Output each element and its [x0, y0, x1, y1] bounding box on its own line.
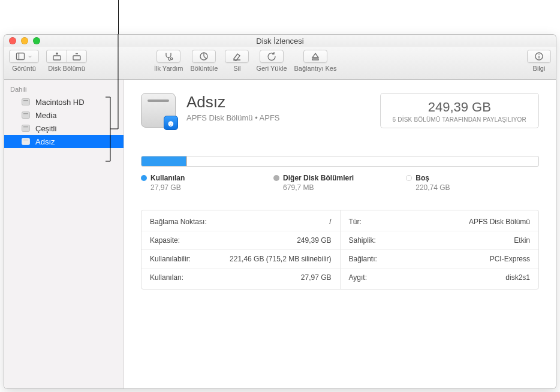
svg-rect-17: [22, 112, 30, 119]
info-group: Bilgi: [527, 50, 551, 72]
details-key: Bağlama Noktası:: [150, 218, 207, 226]
details-key: Aygıt:: [349, 273, 367, 282]
disk-utility-window: Disk İzlencesi Görüntü: [4, 34, 556, 389]
toolbar: Görüntü Disk Bölümü İlk Yardım: [4, 47, 556, 80]
restore-label: Geri Yükle: [256, 65, 287, 72]
sidebar-section-label: Dahili: [4, 85, 124, 95]
sidebar-item-adsiz[interactable]: Adsız: [4, 135, 124, 148]
stethoscope-icon: [164, 52, 173, 61]
add-volume-button[interactable]: [46, 50, 67, 63]
chevron-down-icon: [28, 54, 32, 59]
sidebar-item-label: Adsız: [35, 137, 55, 146]
zoom-button[interactable]: [33, 37, 40, 44]
details-value: /: [329, 218, 331, 226]
legend-free-label: Boş: [416, 174, 429, 182]
details-value: 249,39 GB: [297, 236, 331, 245]
svg-rect-20: [23, 126, 28, 127]
restore-icon: [267, 52, 276, 61]
disk-icon: [21, 137, 31, 146]
details-row: Kapasite:249,39 GB: [141, 231, 340, 250]
sidebar-item-label: Macintosh HD: [35, 98, 85, 107]
disk-icon: [21, 97, 31, 107]
capacity-value: 249,39 GB: [393, 99, 526, 115]
disk-icon: [21, 110, 31, 120]
legend-used-value: 27,97 GB: [141, 183, 273, 192]
sidebar-item-media[interactable]: Media: [4, 108, 124, 122]
svg-rect-2: [53, 56, 61, 60]
main-content: ☻ Adsız APFS Disk Bölümü • APFS 249,39 G…: [124, 80, 556, 388]
svg-marker-10: [312, 53, 318, 58]
swatch-free: [406, 175, 412, 181]
pie-icon: [199, 52, 209, 61]
sidebar: Dahili Macintosh HD Media Çeşitli Adsız: [4, 80, 124, 388]
info-button[interactable]: [527, 50, 551, 63]
view-group: Görüntü: [9, 50, 39, 72]
details-value: disk2s1: [505, 273, 530, 282]
details-value: 27,97 GB: [301, 273, 332, 282]
restore-button[interactable]: [260, 50, 284, 63]
details-value: APFS Disk Bölümü: [469, 218, 530, 226]
disk-icon: [21, 123, 31, 133]
unmount-group: Bağlantıyı Kes: [294, 50, 337, 72]
svg-rect-19: [22, 125, 30, 132]
partition-group: Disk Bölümü: [46, 50, 87, 72]
svg-rect-21: [22, 138, 30, 145]
close-button[interactable]: [9, 37, 16, 44]
capacity-subtext: 6 DİSK BÖLÜMÜ TARAFINDAN PAYLAŞILIYOR: [393, 116, 526, 123]
remove-volume-button[interactable]: [67, 50, 87, 63]
details-key: Kullanılabilir:: [150, 255, 191, 263]
swatch-other: [273, 175, 279, 181]
erase-group: Sil: [225, 50, 249, 72]
erase-button[interactable]: [225, 50, 249, 63]
svg-rect-22: [23, 140, 28, 140]
firstaid-group: İlk Yardım: [154, 50, 183, 72]
details-row: Aygıt:disk2s1: [341, 269, 539, 287]
partition-label: Disk Bölümü: [48, 65, 85, 72]
details-row: Tür:APFS Disk Bölümü: [341, 213, 539, 231]
details-value: Etkin: [514, 236, 530, 245]
titlebar: Disk İzlencesi: [4, 35, 556, 47]
details-key: Tür:: [349, 218, 362, 226]
legend-other-label: Diğer Disk Bölümleri: [283, 174, 354, 182]
sidebar-item-macintosh-hd[interactable]: Macintosh HD: [4, 95, 124, 108]
details-value: PCI-Express: [490, 255, 530, 263]
volume-subtitle: APFS Disk Bölümü • APFS: [186, 113, 369, 122]
unmount-button[interactable]: [303, 50, 327, 63]
minimize-button[interactable]: [21, 37, 28, 44]
svg-rect-0: [17, 53, 25, 60]
details-row: Kullanılabilir:221,46 GB (715,2 MB silin…: [141, 250, 340, 269]
details-key: Bağlantı:: [349, 255, 377, 263]
partition2-group: Bölüntüle: [191, 50, 218, 72]
svg-rect-15: [22, 99, 30, 105]
view-button[interactable]: [9, 50, 39, 63]
details-key: Sahiplik:: [349, 236, 376, 245]
legend-free-value: 220,74 GB: [406, 183, 538, 192]
partition-button[interactable]: [192, 50, 216, 63]
info-icon: [534, 52, 544, 61]
svg-rect-11: [312, 59, 318, 60]
sidebar-item-cesitli[interactable]: Çeşitli: [4, 122, 124, 135]
finder-badge-icon: ☻: [164, 116, 178, 130]
first-aid-button[interactable]: [156, 50, 180, 63]
swatch-used: [141, 175, 147, 181]
details-key: Kullanılan:: [150, 273, 183, 282]
svg-point-7: [171, 58, 173, 59]
usage-legend: Kullanılan 27,97 GB Diğer Disk Bölümleri…: [141, 174, 539, 192]
details-row: Kullanılan:27,97 GB: [141, 269, 340, 287]
details-value: 221,46 GB (715,2 MB silinebilir): [230, 255, 331, 263]
erase-label: Sil: [233, 65, 240, 72]
sidebar-item-label: Çeşitli: [35, 124, 56, 133]
usage-bar: [141, 156, 539, 167]
details-row: Bağlantı:PCI-Express: [341, 250, 539, 269]
volume-plus-icon: [52, 52, 62, 61]
details-key: Kapasite:: [150, 236, 180, 245]
window-title: Disk İzlencesi: [4, 37, 556, 46]
details-row: Bağlama Noktası:/: [141, 213, 340, 231]
restore-group: Geri Yükle: [256, 50, 287, 72]
volume-icon: ☻: [141, 93, 176, 128]
volume-minus-icon: [72, 52, 82, 61]
legend-used-label: Kullanılan: [150, 174, 185, 182]
capacity-box: 249,39 GB 6 DİSK BÖLÜMÜ TARAFINDAN PAYLA…: [380, 93, 539, 128]
usage-other-segment: [186, 156, 187, 166]
info-label: Bilgi: [533, 65, 546, 72]
